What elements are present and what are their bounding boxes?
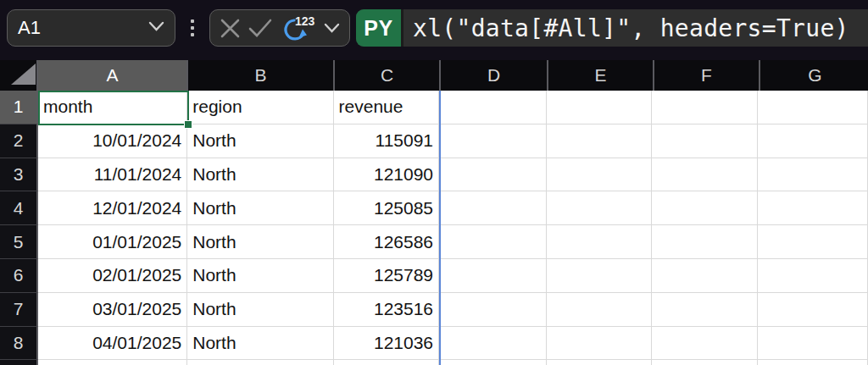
cell-D5[interactable]: [439, 225, 546, 259]
cell-G5[interactable]: [758, 225, 868, 259]
column-header-D[interactable]: D: [441, 60, 548, 91]
column-header-G[interactable]: G: [760, 60, 868, 91]
cell-C1[interactable]: revenue: [334, 91, 440, 124]
cell-B8[interactable]: North: [187, 327, 333, 361]
chevron-down-icon[interactable]: [324, 23, 340, 34]
cell-D1[interactable]: [439, 91, 546, 124]
cell-A1[interactable]: month: [38, 91, 187, 124]
cell-D8[interactable]: [439, 327, 546, 361]
enter-check-icon[interactable]: [248, 19, 272, 37]
cell-D7[interactable]: [439, 293, 546, 327]
cell-B9[interactable]: [187, 360, 333, 365]
cell-C8[interactable]: 121036: [334, 327, 440, 361]
cell-A3[interactable]: 11/01/2024: [38, 158, 187, 192]
cell-G7[interactable]: [758, 293, 868, 327]
cell-G3[interactable]: [758, 158, 868, 192]
select-all-corner[interactable]: [0, 60, 38, 91]
cell-F9[interactable]: [652, 360, 758, 365]
cell-E9[interactable]: [547, 360, 653, 365]
cell-F4[interactable]: [652, 191, 758, 225]
cell-G4[interactable]: [758, 191, 868, 225]
cell-B4[interactable]: North: [187, 191, 333, 225]
cell-F1[interactable]: [652, 91, 758, 124]
cell-C7[interactable]: 123516: [334, 293, 440, 327]
chevron-down-icon[interactable]: [148, 20, 164, 36]
name-box-value: A1: [18, 17, 148, 39]
row-header-4[interactable]: 4: [0, 191, 38, 225]
cell-E2[interactable]: [547, 124, 653, 158]
row-header-6[interactable]: 6: [0, 259, 38, 293]
formula-input[interactable]: xl("data[#All]", headers=True): [403, 9, 868, 47]
column-header-A[interactable]: A: [38, 60, 188, 91]
row-header-3[interactable]: 3: [0, 158, 38, 192]
cell-E7[interactable]: [547, 293, 653, 327]
cell-E3[interactable]: [547, 158, 653, 192]
formula-bar-drag-handle-icon[interactable]: [186, 9, 199, 47]
cell-D3[interactable]: [439, 158, 546, 192]
cell-B5[interactable]: North: [187, 225, 333, 259]
cell-G6[interactable]: [758, 259, 868, 293]
cell-A5[interactable]: 01/01/2025: [38, 225, 187, 259]
cell-B6[interactable]: North: [187, 259, 333, 293]
row-header-clipped[interactable]: [0, 360, 38, 365]
cell-B1[interactable]: region: [187, 91, 333, 124]
select-all-triangle-icon: [0, 60, 38, 91]
cell-G8[interactable]: [758, 327, 868, 361]
cell-B3[interactable]: North: [187, 158, 333, 192]
column-header-E[interactable]: E: [548, 60, 654, 91]
cell-D6[interactable]: [439, 259, 546, 293]
cell-G9[interactable]: [758, 360, 868, 365]
cell-C3[interactable]: 121090: [334, 158, 440, 192]
cell-C2[interactable]: 115091: [334, 124, 440, 158]
cell-B7[interactable]: North: [187, 293, 333, 327]
formula-bar: PY xl("data[#All]", headers=True): [356, 9, 868, 47]
sheet-row: [38, 360, 868, 365]
cell-A2[interactable]: 10/01/2024: [38, 124, 187, 158]
cell-A4[interactable]: 12/01/2024: [38, 191, 187, 225]
cell-E1[interactable]: [547, 91, 653, 124]
cell-F3[interactable]: [652, 158, 758, 192]
cell-F8[interactable]: [652, 327, 758, 361]
cell-C6[interactable]: 125789: [334, 259, 440, 293]
sheet-row: 11/01/2024North121090: [38, 158, 868, 192]
row-header-1[interactable]: 1: [0, 91, 38, 124]
cell-D4[interactable]: [439, 191, 546, 225]
sheet-row: 10/01/2024North115091: [38, 124, 868, 158]
sheet-row: 04/01/2025North121036: [38, 327, 868, 361]
cell-D2[interactable]: [439, 124, 546, 158]
cell-E6[interactable]: [547, 259, 653, 293]
cell-B2[interactable]: North: [187, 124, 333, 158]
cell-F5[interactable]: [652, 225, 758, 259]
row-header-7[interactable]: 7: [0, 293, 38, 327]
cell-G1[interactable]: [758, 91, 868, 124]
cell-C4[interactable]: 125085: [334, 191, 440, 225]
cell-E5[interactable]: [547, 225, 653, 259]
svg-text:123: 123: [295, 14, 315, 28]
spreadsheet-grid: ABCDEFG 12345678 monthregionrevenue10/01…: [0, 60, 868, 365]
cell-E4[interactable]: [547, 191, 653, 225]
python-language-badge: PY: [356, 9, 403, 47]
name-box[interactable]: A1: [7, 9, 175, 47]
row-header-8[interactable]: 8: [0, 327, 38, 361]
cell-A6[interactable]: 02/01/2025: [38, 259, 187, 293]
row-header-2[interactable]: 2: [0, 124, 38, 158]
cancel-icon[interactable]: [220, 18, 241, 39]
cell-F7[interactable]: [652, 293, 758, 327]
cell-A9[interactable]: [38, 360, 187, 365]
column-header-C[interactable]: C: [335, 60, 441, 91]
sheet-row: monthregionrevenue: [38, 91, 868, 124]
sheet-row: 12/01/2024North125085: [38, 191, 868, 225]
cell-F2[interactable]: [652, 124, 758, 158]
row-header-5[interactable]: 5: [0, 225, 38, 259]
cell-A7[interactable]: 03/01/2025: [38, 293, 187, 327]
convert-to-number-icon[interactable]: 123: [281, 13, 316, 43]
cell-A8[interactable]: 04/01/2025: [38, 327, 187, 361]
cell-D9[interactable]: [439, 360, 546, 365]
column-header-B[interactable]: B: [188, 60, 335, 91]
cell-C5[interactable]: 126586: [334, 225, 440, 259]
cell-G2[interactable]: [758, 124, 868, 158]
cell-E8[interactable]: [547, 327, 653, 361]
column-header-F[interactable]: F: [654, 60, 760, 91]
cell-F6[interactable]: [652, 259, 758, 293]
cell-C9[interactable]: [334, 360, 440, 365]
